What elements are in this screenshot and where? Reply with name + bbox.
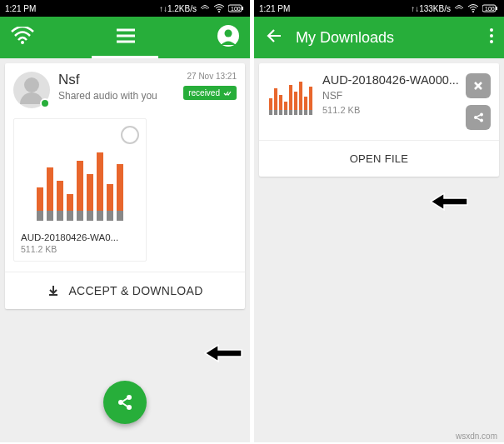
svg-point-9 <box>225 30 232 37</box>
svg-point-19 <box>490 28 493 32</box>
svg-text:100: 100 <box>485 6 495 12</box>
back-icon[interactable] <box>264 27 282 48</box>
sender-name: Nsf <box>58 72 183 88</box>
svg-line-14 <box>122 403 127 407</box>
open-file-label: OPEN FILE <box>350 152 409 165</box>
status-bar: 1:21 PM ↑↓133KB/s 100 <box>254 0 504 17</box>
profile-icon[interactable] <box>217 24 240 51</box>
voice-icon <box>454 4 464 12</box>
share-subtitle: Shared audio with you <box>58 90 183 102</box>
wifi-tab-icon[interactable] <box>10 27 35 48</box>
download-file-size: 511.2 KB <box>322 105 459 115</box>
share-icon <box>472 112 484 123</box>
download-sender: NSF <box>322 90 459 102</box>
timestamp: 27 Nov 13:21 <box>183 72 237 81</box>
download-card: AUD-20180426-WA000... NSF 511.2 KB OPEN … <box>259 63 499 177</box>
pointer-arrow <box>429 190 469 213</box>
wifi-icon <box>213 4 225 12</box>
received-badge: received <box>183 86 237 100</box>
status-speed: ↑↓1.2KB/s <box>159 4 197 13</box>
left-screen: 1:21 PM ↑↓1.2KB/s 100 <box>0 0 250 442</box>
file-size: 511.2 KB <box>21 244 139 254</box>
app-bar: My Downloads <box>254 17 504 58</box>
svg-line-25 <box>477 115 481 117</box>
close-icon <box>472 80 484 92</box>
right-screen: 1:21 PM ↑↓133KB/s 100 My Downloads <box>254 0 504 442</box>
svg-point-4 <box>21 41 24 44</box>
open-file-button[interactable]: OPEN FILE <box>259 140 499 177</box>
share-icon <box>116 393 134 412</box>
download-file-name: AUD-20180426-WA000... <box>322 73 459 87</box>
battery-icon: 100 <box>482 4 499 12</box>
svg-point-21 <box>490 40 493 43</box>
right-content: AUD-20180426-WA000... NSF 511.2 KB OPEN … <box>254 58 504 442</box>
svg-line-26 <box>477 118 481 120</box>
svg-point-15 <box>472 11 474 12</box>
page-title: My Downloads <box>296 29 394 47</box>
svg-point-23 <box>480 113 483 117</box>
accept-download-button[interactable]: ACCEPT & DOWNLOAD <box>5 272 245 309</box>
status-time: 1:21 PM <box>5 4 36 13</box>
battery-icon: 100 <box>228 4 245 12</box>
svg-rect-17 <box>496 7 497 10</box>
svg-point-0 <box>218 11 220 12</box>
voice-icon <box>200 4 210 12</box>
watermark: wsxdn.com <box>456 432 497 441</box>
more-icon[interactable] <box>489 27 494 47</box>
share-button[interactable] <box>466 105 491 130</box>
delete-button[interactable] <box>466 73 491 98</box>
audio-thumbnail <box>267 73 314 115</box>
status-bar: 1:21 PM ↑↓1.2KB/s 100 <box>0 0 250 17</box>
file-name: AUD-20180426-WA0... <box>21 232 139 242</box>
left-content: Nsf Shared audio with you 27 Nov 13:21 r… <box>0 58 250 442</box>
svg-line-13 <box>122 398 127 402</box>
status-time: 1:21 PM <box>259 4 290 13</box>
wifi-icon <box>467 4 479 12</box>
check-icon <box>223 90 232 97</box>
share-fab[interactable] <box>103 381 147 424</box>
svg-point-24 <box>480 119 483 122</box>
menu-icon[interactable] <box>115 27 137 47</box>
share-card: Nsf Shared audio with you 27 Nov 13:21 r… <box>5 63 245 309</box>
select-circle[interactable] <box>121 126 139 144</box>
svg-point-20 <box>490 34 493 37</box>
app-bar <box>0 17 250 58</box>
download-icon <box>47 284 60 297</box>
file-card[interactable]: AUD-20180426-WA0... 511.2 KB <box>13 118 147 262</box>
status-speed: ↑↓133KB/s <box>411 4 451 13</box>
svg-text:100: 100 <box>231 6 241 12</box>
pointer-arrow <box>203 342 243 365</box>
avatar <box>13 72 50 108</box>
svg-rect-2 <box>242 7 243 10</box>
accept-label: ACCEPT & DOWNLOAD <box>68 284 202 297</box>
